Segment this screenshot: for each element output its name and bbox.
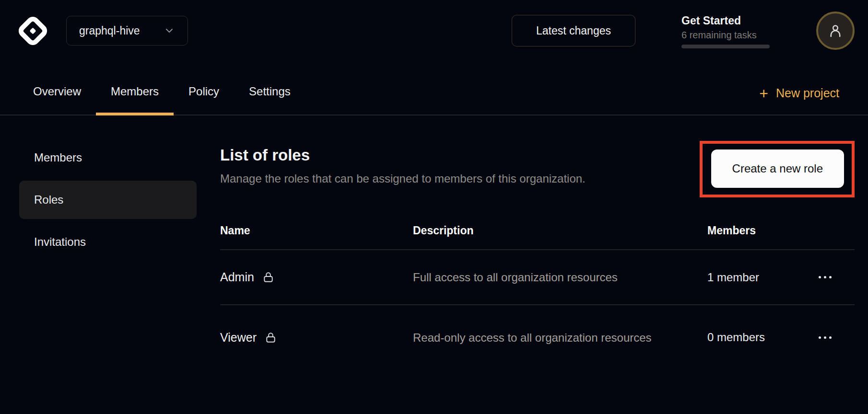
latest-changes-button[interactable]: Latest changes: [512, 15, 635, 46]
role-description: Read-only access to all organization res…: [413, 328, 660, 347]
sidebar-item-invitations[interactable]: Invitations: [19, 223, 197, 261]
user-avatar[interactable]: [816, 12, 855, 50]
org-selector-button[interactable]: graphql-hive: [66, 16, 188, 46]
person-icon: [827, 23, 844, 39]
sidebar-item-roles[interactable]: Roles: [19, 181, 197, 219]
role-actions-cell: [818, 332, 855, 344]
top-bar: graphql-hive Latest changes Get Started …: [0, 0, 868, 61]
role-name-cell: Admin: [220, 270, 413, 284]
table-row-viewer: Viewer Read-only access to all organizat…: [220, 305, 855, 369]
lock-icon: [264, 331, 277, 344]
get-started-progress-track: [681, 45, 770, 48]
tab-settings[interactable]: Settings: [234, 85, 305, 115]
tab-members[interactable]: Members: [96, 85, 174, 115]
page-title: List of roles: [220, 146, 586, 164]
members-subnav: Members Roles Invitations: [19, 138, 197, 369]
ellipsis-menu-icon[interactable]: [818, 332, 833, 344]
roles-header: List of roles Manage the roles that can …: [220, 138, 855, 197]
role-name: Admin: [220, 270, 254, 284]
sidebar-item-members[interactable]: Members: [19, 138, 197, 177]
chevron-down-icon: [164, 25, 175, 36]
get-started-title: Get Started: [681, 13, 770, 28]
ellipsis-menu-icon[interactable]: [818, 271, 833, 283]
roles-table: Name Description Members Admin Full acce…: [220, 212, 855, 369]
create-new-role-button[interactable]: Create a new role: [711, 150, 844, 188]
annotation-highlight-box: Create a new role: [700, 141, 855, 197]
new-project-button[interactable]: + New project: [759, 86, 839, 115]
roles-panel: List of roles Manage the roles that can …: [220, 138, 855, 369]
hive-logo-icon[interactable]: [17, 15, 49, 47]
lock-icon: [262, 271, 275, 284]
tab-policy[interactable]: Policy: [174, 85, 234, 115]
role-description: Full access to all organization resource…: [413, 268, 660, 287]
get-started-remaining-tasks: 6 remaining tasks: [681, 29, 770, 41]
role-member-count: 1 member: [707, 271, 818, 284]
tab-overview[interactable]: Overview: [18, 85, 96, 115]
role-name-cell: Viewer: [220, 331, 413, 345]
members-page: Members Roles Invitations List of roles …: [0, 115, 868, 369]
org-name: graphql-hive: [79, 24, 140, 37]
get-started-widget: Get Started 6 remaining tasks: [681, 13, 770, 48]
roles-table-header: Name Description Members: [220, 212, 855, 250]
plus-icon: +: [759, 87, 768, 100]
page-subtitle: Manage the roles that can be assigned to…: [220, 172, 586, 185]
table-row-admin: Admin Full access to all organization re…: [220, 250, 855, 305]
new-project-label: New project: [776, 86, 839, 100]
role-name: Viewer: [220, 331, 257, 345]
org-tab-bar: Overview Members Policy Settings + New p…: [0, 61, 868, 115]
role-actions-cell: [818, 271, 855, 283]
column-header-description: Description: [413, 224, 707, 237]
column-header-name: Name: [220, 224, 413, 237]
role-member-count: 0 members: [707, 331, 818, 344]
roles-header-text: List of roles Manage the roles that can …: [220, 138, 586, 185]
column-header-members: Members: [707, 224, 818, 237]
